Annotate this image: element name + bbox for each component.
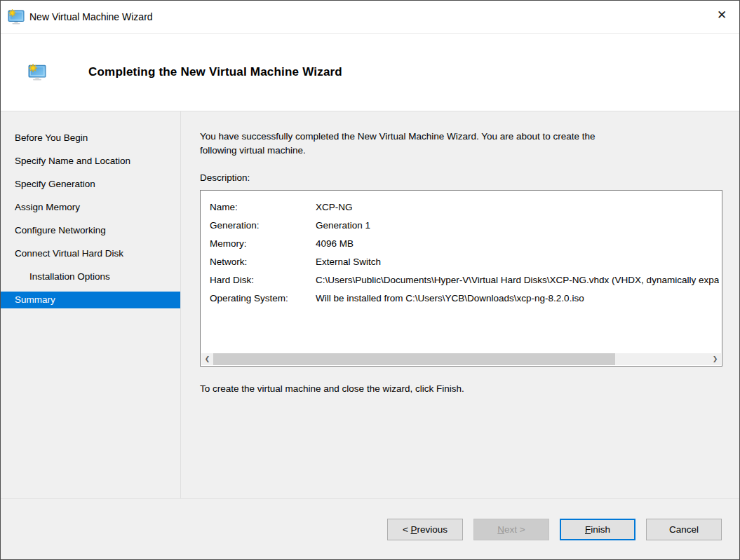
summary-value: XCP-NG	[316, 202, 719, 212]
sidebar-item-assign-memory[interactable]: Assign Memory	[1, 196, 180, 219]
scrollbar-track[interactable]	[213, 353, 709, 365]
sidebar-item-before-you-begin[interactable]: Before You Begin	[1, 126, 180, 149]
cancel-button[interactable]: Cancel	[646, 519, 722, 540]
sidebar-item-specify-name-and-location[interactable]: Specify Name and Location	[1, 149, 180, 172]
summary-row-generation: Generation: Generation 1	[210, 217, 719, 235]
summary-value: 4096 MB	[316, 238, 719, 249]
hyper-v-page-icon	[27, 63, 47, 81]
summary-value: Will be installed from C:\Users\YCB\Down…	[316, 293, 719, 303]
summary-label: Network:	[210, 257, 316, 267]
hyper-v-vm-icon	[8, 8, 25, 25]
summary-label: Generation:	[210, 220, 316, 231]
next-button: Next >	[473, 519, 549, 540]
close-icon[interactable]: ✕	[704, 1, 739, 29]
summary-row-network: Network: External Switch	[210, 253, 719, 271]
page-title: Completing the New Virtual Machine Wizar…	[88, 65, 342, 79]
summary-label: Operating System:	[210, 293, 316, 303]
summary-value: Generation 1	[316, 220, 719, 231]
title-bar: New Virtual Machine Wizard ✕	[1, 1, 739, 34]
window-title: New Virtual Machine Wizard	[29, 11, 153, 22]
summary-row-memory: Memory: 4096 MB	[210, 235, 719, 253]
scroll-left-icon[interactable]: ❮	[201, 353, 213, 365]
next-label: Next >	[497, 524, 525, 535]
close-glyph: ✕	[717, 8, 727, 22]
wizard-window: New Virtual Machine Wizard ✕ Completing …	[0, 0, 740, 560]
summary-rows: Name: XCP-NG Generation: Generation 1 Me…	[201, 191, 722, 308]
sidebar-item-specify-generation[interactable]: Specify Generation	[1, 172, 180, 196]
wizard-page-content: You have successfully completed the New …	[181, 111, 739, 498]
summary-description-box: Name: XCP-NG Generation: Generation 1 Me…	[200, 190, 722, 367]
finish-button[interactable]: Finish	[560, 519, 635, 540]
sidebar-item-configure-networking[interactable]: Configure Networking	[1, 219, 180, 242]
sidebar-item-summary[interactable]: Summary	[1, 292, 180, 308]
intro-text: You have successfully completed the New …	[200, 130, 629, 158]
previous-label: < Previous	[403, 524, 448, 535]
summary-value: C:\Users\Public\Documents\Hyper-V\Virtua…	[316, 275, 719, 285]
wizard-body: Before You Begin Specify Name and Locati…	[1, 111, 739, 499]
summary-label: Name:	[210, 202, 316, 212]
cancel-label: Cancel	[669, 524, 699, 535]
finish-hint-text: To create the virtual machine and close …	[200, 383, 739, 394]
wizard-steps-sidebar: Before You Begin Specify Name and Locati…	[1, 111, 181, 498]
summary-value: External Switch	[316, 257, 719, 267]
scrollbar-thumb[interactable]	[213, 353, 615, 365]
previous-button[interactable]: < Previous	[387, 519, 463, 540]
sidebar-item-connect-virtual-hard-disk[interactable]: Connect Virtual Hard Disk	[1, 242, 180, 265]
wizard-footer: < Previous Next > Finish Cancel	[1, 499, 739, 559]
summary-row-operating-system: Operating System: Will be installed from…	[210, 289, 719, 308]
summary-label: Memory:	[210, 238, 316, 249]
summary-label: Hard Disk:	[210, 275, 316, 285]
scroll-right-icon[interactable]: ❯	[709, 353, 721, 365]
sidebar-item-installation-options[interactable]: Installation Options	[1, 265, 180, 288]
summary-row-hard-disk: Hard Disk: C:\Users\Public\Documents\Hyp…	[210, 271, 719, 289]
summary-row-name: Name: XCP-NG	[210, 198, 719, 217]
finish-label: Finish	[585, 524, 610, 535]
horizontal-scrollbar[interactable]: ❮ ❯	[201, 353, 721, 365]
wizard-header: Completing the New Virtual Machine Wizar…	[1, 34, 739, 111]
description-label: Description:	[200, 172, 739, 183]
